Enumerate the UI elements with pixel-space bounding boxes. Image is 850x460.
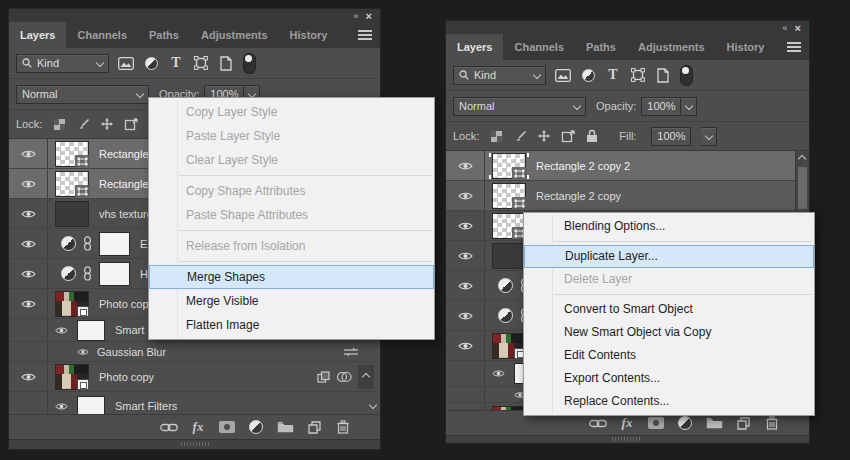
tab-history[interactable]: History xyxy=(279,22,339,48)
visibility-toggle[interactable] xyxy=(446,403,485,411)
layer-thumbnail[interactable] xyxy=(55,201,89,227)
lock-pixels-icon[interactable] xyxy=(513,129,527,143)
fill-dropdown-button[interactable] xyxy=(701,127,717,146)
layer-name[interactable]: Rectangle 2 copy xyxy=(536,190,621,202)
menu-item-copy-shape-attributes[interactable]: Copy Shape Attributes xyxy=(149,179,434,203)
layer-style-icon[interactable]: fx xyxy=(189,418,207,436)
adjustment-layer-icon[interactable] xyxy=(498,308,513,323)
menu-item-duplicate-layer[interactable]: Duplicate Layer... xyxy=(524,245,814,268)
filter-smart-objects-icon[interactable] xyxy=(218,54,234,72)
tab-layers[interactable]: Layers xyxy=(446,34,503,60)
tab-layers[interactable]: Layers xyxy=(9,22,66,48)
add-mask-icon[interactable] xyxy=(218,418,236,436)
filter-adjustment-layers-icon[interactable] xyxy=(580,66,596,84)
layer-style-icon[interactable]: fx xyxy=(618,414,636,432)
visibility-toggle[interactable] xyxy=(446,271,485,300)
scrollbar-thumb[interactable] xyxy=(612,437,640,441)
blend-mode-select[interactable]: Normal xyxy=(453,97,586,116)
filter-mask-thumbnail[interactable] xyxy=(77,396,105,416)
filter-smart-objects-icon[interactable] xyxy=(655,66,671,84)
mask-link-icon[interactable] xyxy=(83,236,92,251)
delete-layer-icon[interactable] xyxy=(334,418,352,436)
menu-item-merge-shapes[interactable]: Merge Shapes xyxy=(149,265,434,289)
filter-blend-options-icon[interactable] xyxy=(344,347,358,357)
scrollbar-thumb[interactable] xyxy=(798,167,807,209)
layer-name[interactable]: vhs texture xyxy=(99,208,153,220)
add-group-icon[interactable] xyxy=(705,414,723,432)
lock-artboard-icon[interactable] xyxy=(561,129,575,143)
menu-item-new-smart-object-via-copy[interactable]: New Smart Object via Copy xyxy=(524,321,814,344)
add-adjustment-icon[interactable] xyxy=(676,414,694,432)
layer-row[interactable]: Rectangle 2 copy 2 xyxy=(446,151,809,181)
filter-pixel-layers-icon[interactable] xyxy=(118,54,134,72)
layer-thumbnail[interactable] xyxy=(55,171,89,197)
tab-adjustments[interactable]: Adjustments xyxy=(627,34,716,60)
lock-pixels-icon[interactable] xyxy=(76,117,90,131)
visibility-toggle[interactable] xyxy=(446,181,485,210)
collapse-panel-icon[interactable]: « xyxy=(783,23,786,33)
lock-artboard-icon[interactable] xyxy=(124,117,138,131)
filter-name[interactable]: Gaussian Blur xyxy=(97,346,166,358)
menu-item-edit-contents[interactable]: Edit Contents xyxy=(524,344,814,367)
tab-paths[interactable]: Paths xyxy=(138,22,190,48)
tab-paths[interactable]: Paths xyxy=(575,34,627,60)
tab-channels[interactable]: Channels xyxy=(503,34,575,60)
filter-shape-layers-icon[interactable] xyxy=(630,66,646,84)
visibility-toggle[interactable] xyxy=(9,199,48,228)
filter-type-layers-icon[interactable]: T xyxy=(605,66,621,84)
opacity-input[interactable]: 100% xyxy=(641,97,681,116)
visibility-toggle[interactable] xyxy=(446,301,485,330)
filter-toggle-switch[interactable] xyxy=(243,53,256,74)
lock-transparency-icon[interactable] xyxy=(52,117,66,131)
menu-item-convert-to-smart-object[interactable]: Convert to Smart Object xyxy=(524,298,814,321)
layer-thumbnail[interactable] xyxy=(55,291,89,317)
lock-all-icon[interactable] xyxy=(585,129,599,143)
visibility-toggle[interactable] xyxy=(55,402,68,411)
visibility-toggle[interactable] xyxy=(9,289,48,318)
tab-history[interactable]: History xyxy=(716,34,776,60)
visibility-toggle[interactable] xyxy=(9,259,48,288)
layer-thumbnail[interactable] xyxy=(492,213,526,239)
panel-menu-icon[interactable] xyxy=(350,22,380,48)
filter-toggle-switch[interactable] xyxy=(680,65,693,86)
menu-item-paste-layer-style[interactable]: Paste Layer Style xyxy=(149,124,434,148)
layer-thumbnail[interactable] xyxy=(492,406,526,411)
layer-row[interactable]: Rectangle 2 copy xyxy=(446,181,809,211)
layer-thumbnail[interactable] xyxy=(492,243,526,269)
visibility-toggle[interactable] xyxy=(446,151,485,180)
layer-row[interactable]: Photo copy xyxy=(9,362,380,392)
visibility-toggle[interactable] xyxy=(446,331,485,360)
layer-thumbnail[interactable] xyxy=(55,364,89,390)
visibility-toggle[interactable] xyxy=(9,139,48,168)
linked-circles-badge-icon[interactable] xyxy=(336,371,352,383)
new-layer-icon[interactable] xyxy=(734,414,752,432)
menu-item-replace-contents[interactable]: Replace Contents... xyxy=(524,390,814,413)
filter-kind-select[interactable]: Kind xyxy=(16,54,109,73)
link-layers-icon[interactable] xyxy=(589,414,607,432)
layer-thumbnail[interactable] xyxy=(55,141,89,167)
fill-input[interactable]: 100% xyxy=(651,127,691,146)
mask-link-icon[interactable] xyxy=(83,266,92,281)
filter-type-layers-icon[interactable]: T xyxy=(168,54,184,72)
opacity-dropdown-button[interactable] xyxy=(681,97,697,116)
smart-filters-row[interactable]: Smart Filters xyxy=(9,392,380,415)
close-panel-icon[interactable]: × xyxy=(366,11,372,21)
visibility-toggle[interactable] xyxy=(55,326,68,335)
adjustment-layer-icon[interactable] xyxy=(498,278,513,293)
scrollbar-thumb[interactable] xyxy=(181,442,211,446)
close-panel-icon[interactable]: × xyxy=(795,23,801,33)
panel-menu-icon[interactable] xyxy=(779,34,809,60)
menu-item-blending-options[interactable]: Blending Options... xyxy=(524,215,814,238)
lock-transparency-icon[interactable] xyxy=(489,129,503,143)
visibility-toggle[interactable] xyxy=(446,241,485,270)
adjustment-layer-icon[interactable] xyxy=(61,236,76,251)
filter-pixel-layers-icon[interactable] xyxy=(555,66,571,84)
visibility-toggle[interactable] xyxy=(9,362,48,391)
filter-kind-select[interactable]: Kind xyxy=(453,66,546,85)
visibility-toggle[interactable] xyxy=(9,229,48,258)
menu-item-clear-layer-style[interactable]: Clear Layer Style xyxy=(149,148,434,172)
menu-item-merge-visible[interactable]: Merge Visible xyxy=(149,289,434,313)
add-mask-icon[interactable] xyxy=(647,414,665,432)
blend-mode-select[interactable]: Normal xyxy=(16,85,149,104)
menu-item-paste-shape-attributes[interactable]: Paste Shape Attributes xyxy=(149,203,434,227)
